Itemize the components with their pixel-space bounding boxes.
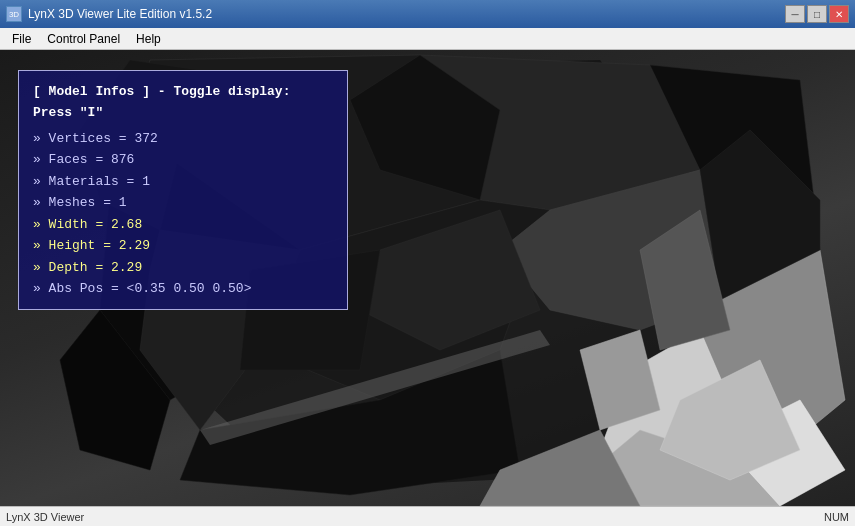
info-row-height: » Height = 2.29 xyxy=(33,235,333,256)
menu-help[interactable]: Help xyxy=(128,30,169,48)
info-row-abs-pos: » Abs Pos = <0.35 0.50 0.50> xyxy=(33,278,333,299)
minimize-button[interactable]: ─ xyxy=(785,5,805,23)
info-row-depth: » Depth = 2.29 xyxy=(33,257,333,278)
info-panel-title: [ Model Infos ] - Toggle display: Press … xyxy=(33,81,333,124)
3d-viewport[interactable]: SOFTPEDIA www.softpedia.com xyxy=(0,50,855,506)
close-button[interactable]: ✕ xyxy=(829,5,849,23)
title-bar-controls: ─ □ ✕ xyxy=(785,5,849,23)
status-bar: LynX 3D Viewer NUM xyxy=(0,506,855,526)
status-right: NUM xyxy=(824,511,849,523)
menu-file[interactable]: File xyxy=(4,30,39,48)
info-panel: [ Model Infos ] - Toggle display: Press … xyxy=(18,70,348,310)
app-icon: 3D xyxy=(6,6,22,22)
window-title: LynX 3D Viewer Lite Edition v1.5.2 xyxy=(28,7,212,21)
title-bar: 3D LynX 3D Viewer Lite Edition v1.5.2 ─ … xyxy=(0,0,855,28)
info-row-materials: » Materials = 1 xyxy=(33,171,333,192)
title-bar-left: 3D LynX 3D Viewer Lite Edition v1.5.2 xyxy=(6,6,212,22)
status-left: LynX 3D Viewer xyxy=(6,511,84,523)
menu-bar: File Control Panel Help xyxy=(0,28,855,50)
menu-control-panel[interactable]: Control Panel xyxy=(39,30,128,48)
info-row-faces: » Faces = 876 xyxy=(33,149,333,170)
info-row-meshes: » Meshes = 1 xyxy=(33,192,333,213)
maximize-button[interactable]: □ xyxy=(807,5,827,23)
info-row-vertices: » Vertices = 372 xyxy=(33,128,333,149)
info-row-width: » Width = 2.68 xyxy=(33,214,333,235)
